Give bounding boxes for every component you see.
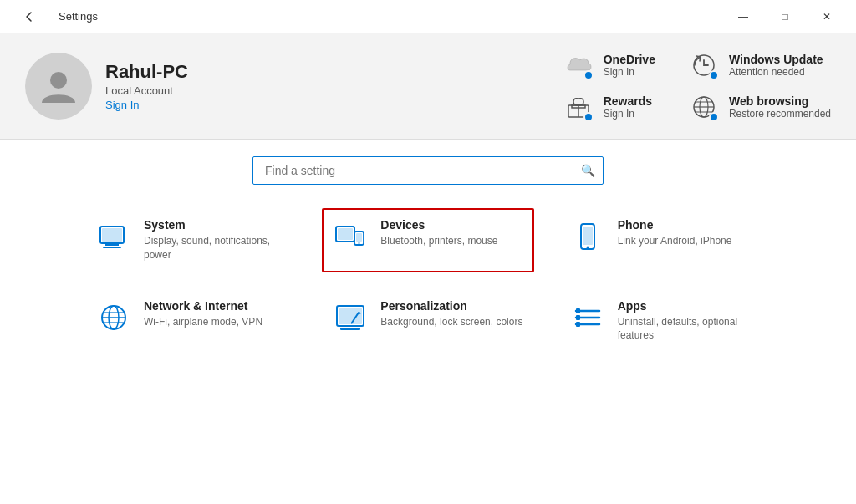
svg-point-21 (586, 247, 588, 249)
main-content: 🔍 System Display, sound, notifications, … (0, 140, 856, 504)
svg-rect-28 (339, 308, 362, 324)
back-button[interactable] (10, 3, 48, 30)
web-browsing-sub: Restore recommended (729, 108, 831, 120)
profile-signin-link[interactable]: Sign In (105, 99, 188, 111)
shortcut-group-left: OneDrive Sign In Rewards (563, 50, 655, 122)
phone-title: Phone (618, 218, 732, 232)
setting-item-devices[interactable]: Devices Bluetooth, printers, mouse (322, 208, 533, 272)
settings-grid: System Display, sound, notifications, po… (85, 208, 771, 353)
personalization-desc: Background, lock screen, colors (380, 315, 522, 329)
devices-desc: Bluetooth, printers, mouse (380, 234, 497, 248)
shortcut-web-browsing[interactable]: Web browsing Restore recommended (689, 92, 831, 122)
search-icon: 🔍 (581, 164, 595, 177)
minimize-button[interactable]: — (724, 3, 762, 30)
rewards-sub: Sign In (604, 108, 652, 120)
onedrive-title: OneDrive (604, 53, 655, 66)
rewards-text: Rewards Sign In (604, 94, 652, 120)
personalization-title: Personalization (380, 299, 522, 313)
rewards-notification-dot (583, 112, 594, 122)
header-shortcuts: OneDrive Sign In Rewards (213, 50, 831, 122)
app-title: Settings (59, 10, 98, 23)
system-icon (95, 218, 132, 255)
shortcut-onedrive[interactable]: OneDrive Sign In (563, 50, 655, 80)
svg-rect-36 (576, 315, 580, 320)
title-bar: Settings — □ ✕ (0, 0, 856, 33)
phone-icon (569, 218, 606, 255)
network-text: Network & Internet Wi-Fi, airplane mode,… (144, 299, 262, 329)
web-browsing-icon-wrap (689, 92, 719, 122)
svg-rect-37 (576, 322, 580, 327)
svg-rect-31 (340, 328, 360, 330)
windows-update-sub: Attention needed (729, 66, 823, 78)
svg-rect-17 (356, 233, 362, 242)
onedrive-icon-wrap (563, 50, 594, 80)
shortcut-windows-update[interactable]: Windows Update Attention needed (689, 50, 831, 80)
onedrive-text: OneDrive Sign In (604, 53, 655, 78)
web-browsing-title: Web browsing (729, 94, 831, 108)
windows-update-text: Windows Update Attention needed (729, 53, 823, 78)
apps-text: Apps Uninstall, defaults, optional featu… (618, 299, 761, 344)
svg-rect-15 (338, 228, 353, 240)
network-desc: Wi-Fi, airplane mode, VPN (144, 315, 262, 329)
profile-account-type: Local Account (105, 84, 188, 97)
rewards-icon-wrap (563, 92, 594, 122)
svg-rect-20 (583, 227, 593, 245)
network-icon (95, 299, 132, 336)
devices-title: Devices (380, 218, 497, 232)
svg-rect-11 (105, 243, 119, 246)
search-input[interactable] (252, 156, 604, 185)
web-browsing-notification-dot (709, 112, 719, 122)
svg-rect-12 (103, 247, 121, 248)
svg-rect-13 (102, 228, 122, 242)
title-bar-left: Settings (10, 3, 98, 30)
devices-icon (332, 218, 369, 255)
phone-desc: Link your Android, iPhone (618, 234, 732, 248)
personalization-text: Personalization Background, lock screen,… (380, 299, 522, 329)
windows-update-title: Windows Update (729, 53, 823, 66)
svg-point-18 (359, 242, 360, 244)
profile-info: Rahul-PC Local Account Sign In (105, 61, 188, 111)
personalization-icon (332, 299, 369, 336)
setting-item-system[interactable]: System Display, sound, notifications, po… (85, 208, 297, 272)
devices-text: Devices Bluetooth, printers, mouse (380, 218, 497, 248)
shortcut-group-right: Windows Update Attention needed (689, 50, 831, 122)
phone-text: Phone Link your Android, iPhone (618, 218, 732, 248)
maximize-button[interactable]: □ (766, 3, 804, 30)
apps-icon (569, 299, 606, 336)
avatar (25, 53, 92, 120)
system-text: System Display, sound, notifications, po… (144, 218, 287, 262)
search-container: 🔍 (252, 156, 604, 185)
system-title: System (144, 218, 287, 232)
header-section: Rahul-PC Local Account Sign In OneDrive … (0, 33, 856, 140)
setting-item-personalization[interactable]: Personalization Background, lock screen,… (322, 289, 533, 354)
system-desc: Display, sound, notifications, power (144, 234, 287, 262)
onedrive-sub: Sign In (604, 66, 655, 78)
apps-desc: Uninstall, defaults, optional features (618, 315, 761, 344)
shortcut-rewards[interactable]: Rewards Sign In (563, 92, 655, 122)
onedrive-notification-dot (583, 70, 594, 80)
setting-item-network[interactable]: Network & Internet Wi-Fi, airplane mode,… (85, 289, 297, 354)
network-title: Network & Internet (144, 299, 262, 313)
profile-name: Rahul-PC (105, 61, 188, 83)
close-button[interactable]: ✕ (808, 3, 846, 30)
setting-item-phone[interactable]: Phone Link your Android, iPhone (559, 208, 771, 272)
profile-area: Rahul-PC Local Account Sign In (25, 53, 188, 120)
web-browsing-text: Web browsing Restore recommended (729, 94, 831, 120)
rewards-title: Rewards (604, 94, 652, 108)
svg-point-0 (50, 72, 67, 89)
svg-line-30 (351, 323, 353, 323)
setting-item-apps[interactable]: Apps Uninstall, defaults, optional featu… (559, 289, 771, 354)
apps-title: Apps (618, 299, 761, 313)
svg-rect-35 (576, 308, 580, 313)
windows-update-icon-wrap (689, 50, 719, 80)
windows-update-notification-dot (709, 70, 719, 80)
window-controls: — □ ✕ (724, 3, 846, 30)
